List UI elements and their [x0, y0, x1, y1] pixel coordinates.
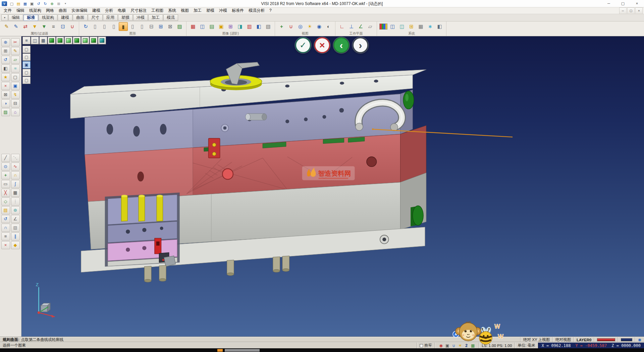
doc-view-button-2[interactable]: ▢ [22, 53, 31, 61]
filter-funnel-green-icon[interactable]: ▼ [40, 22, 49, 31]
record-icon[interactable]: ◉ [438, 343, 444, 348]
menu-item[interactable]: ? [267, 7, 274, 14]
latch-lock[interactable] [208, 138, 220, 158]
rotate-tool-icon[interactable]: ↺ [1, 215, 10, 223]
doc-view-button-4[interactable]: ▢ [22, 69, 31, 76]
doc-view-button-1[interactable]: ▢ [22, 46, 31, 53]
trim-scissors-icon[interactable]: ✂ [11, 38, 20, 46]
lighting-icon[interactable]: ▣ [217, 22, 226, 31]
snowflake-icon[interactable]: ∗ [426, 22, 435, 31]
dual-monitor-icon[interactable]: ◫ [388, 22, 397, 31]
snap-magnet-icon[interactable]: ∪ [68, 22, 77, 31]
menu-item[interactable]: 网格 [44, 7, 56, 14]
texture-icon[interactable]: ▨ [175, 22, 184, 31]
grid-display-icon[interactable]: ⊞ [156, 22, 165, 31]
wireframe-mode-icon[interactable]: ▯ [91, 22, 100, 31]
cube-icon[interactable]: ◧ [435, 22, 444, 31]
menu-item[interactable]: 视图 [178, 7, 191, 14]
dual-view-icon[interactable]: ⊟ [147, 22, 156, 31]
open-file-icon[interactable]: ▤ [15, 1, 21, 7]
circle-tool-icon[interactable]: ⊙ [1, 163, 10, 171]
grid-icon[interactable]: ⊞ [1, 47, 10, 55]
hidden-line-icon[interactable]: ▯ [109, 22, 118, 31]
select-icon[interactable]: ⊕ [1, 38, 10, 46]
selection-filter-icon[interactable]: ⊡ [58, 22, 67, 31]
menu-item[interactable]: 线架构 [27, 7, 44, 14]
absolute-view-indicator[interactable]: 绝对视图 [552, 337, 574, 342]
points-tool-icon[interactable]: ⋱ [11, 154, 20, 162]
layer-indicator[interactable]: LAYER0 [574, 337, 594, 342]
menu-item[interactable]: 电极 [115, 7, 128, 14]
delete-icon[interactable]: × [1, 82, 10, 90]
cross-tool-icon[interactable]: ╳ [1, 189, 10, 197]
plus-tool-icon[interactable]: + [1, 171, 10, 179]
workplane-face-icon[interactable]: ▱ [366, 22, 375, 31]
bounding-box-icon[interactable]: ⊠ [166, 22, 175, 31]
menu-item[interactable]: 冲模 [217, 7, 229, 14]
bottom-view-cube-icon[interactable] [90, 37, 98, 44]
times-tool-icon[interactable]: × [1, 241, 10, 249]
system-monitor-icon[interactable]: ◫ [397, 22, 407, 31]
close-button[interactable]: × [630, 0, 644, 7]
workplane-corner-icon[interactable]: ∟ [337, 22, 346, 31]
calculator-icon[interactable]: ⊞ [407, 22, 416, 31]
background-icon[interactable]: ⊞ [226, 22, 235, 31]
taskbar-app-tile[interactable] [217, 349, 223, 352]
menu-item[interactable]: 加工 [191, 7, 204, 14]
ribbon-tab[interactable]: 标准 [23, 14, 38, 21]
curve-tool-icon[interactable]: ∿ [11, 163, 20, 171]
ribbon-tab[interactable]: 加工 [148, 14, 163, 21]
top-view-cube-icon[interactable] [64, 37, 72, 44]
menu-item[interactable]: 系统 [166, 7, 178, 14]
edit-properties-icon[interactable]: ✎ [11, 22, 20, 31]
menu-item[interactable]: 分析 [103, 7, 115, 14]
view-eye-icon[interactable]: ◉ [315, 22, 324, 31]
background-color-swatch[interactable] [621, 338, 632, 341]
angle-tool-icon[interactable]: ∠ [11, 215, 20, 223]
mesh-tool-icon[interactable]: ▦ [11, 189, 20, 197]
layers-icon[interactable]: ≡ [22, 37, 31, 44]
quickbar-dropdown-icon[interactable]: ▾ [62, 1, 68, 7]
ribbon-tab[interactable]: 曲面 [73, 14, 88, 21]
print-icon[interactable]: ▣ [29, 1, 35, 7]
view-magnet-icon[interactable]: ∪ [286, 22, 296, 31]
ribbon-tab[interactable]: 尺寸 [88, 14, 103, 21]
view-light-icon[interactable]: ☀ [305, 22, 314, 31]
table-icon[interactable]: ▦ [416, 22, 425, 31]
line-tool-icon[interactable]: ╱ [1, 154, 10, 162]
menu-item[interactable]: 文件 [1, 7, 14, 14]
lock-toggle[interactable]: 拴牢 [417, 343, 435, 348]
side-view-cube-icon[interactable] [73, 37, 81, 44]
os-taskbar[interactable] [0, 348, 644, 352]
undo-icon[interactable]: ↺ [36, 1, 42, 7]
refresh-icon[interactable]: ⊕ [49, 1, 55, 7]
color-palette-icon[interactable] [379, 24, 387, 30]
layers-tool-icon[interactable]: ≡ [1, 232, 10, 240]
settings-icon[interactable]: ⊞ [56, 1, 62, 7]
ghost-mode-icon[interactable]: ▯ [128, 22, 137, 31]
confirm-button[interactable]: ✓ [295, 37, 311, 53]
next-button[interactable]: › [353, 37, 368, 53]
fill-box-icon[interactable]: ▣ [11, 82, 20, 90]
menu-item[interactable]: 塑模 [204, 7, 217, 14]
diamond-tool-icon[interactable]: ◇ [1, 197, 10, 206]
taskbar-window-tile[interactable] [225, 349, 260, 352]
plane-icon[interactable]: ▱ [11, 56, 20, 64]
viewport[interactable]: 智造资料网 Z ≡◫▦ ▢▢▣▢▢ [21, 36, 644, 337]
dots-tool-icon[interactable]: ⋮ [11, 197, 20, 206]
front-view-cube-icon[interactable] [56, 37, 64, 44]
menu-item[interactable]: 建模 [90, 7, 103, 14]
view-half-icon[interactable]: ◐ [324, 22, 333, 31]
transparency-icon[interactable]: ◧ [254, 22, 263, 31]
ribbon-tab[interactable]: 线架构 [39, 14, 57, 21]
edit-attributes-icon[interactable]: ✎ [2, 22, 11, 31]
menu-item[interactable]: 模流分析 [246, 7, 267, 14]
rows-tool-icon[interactable]: ▤ [1, 206, 10, 214]
menu-item[interactable]: 工程图 [149, 7, 166, 14]
screenshot-icon[interactable]: ◫ [198, 22, 207, 31]
filter-funnel-icon[interactable]: ▼ [30, 22, 39, 31]
gem-tool-icon[interactable]: ◆ [11, 241, 20, 249]
hatch2-tool-icon[interactable]: ▧ [11, 224, 20, 232]
save-icon[interactable]: ▦ [22, 1, 28, 7]
render-mode-active-icon[interactable]: ▮ [119, 22, 128, 31]
